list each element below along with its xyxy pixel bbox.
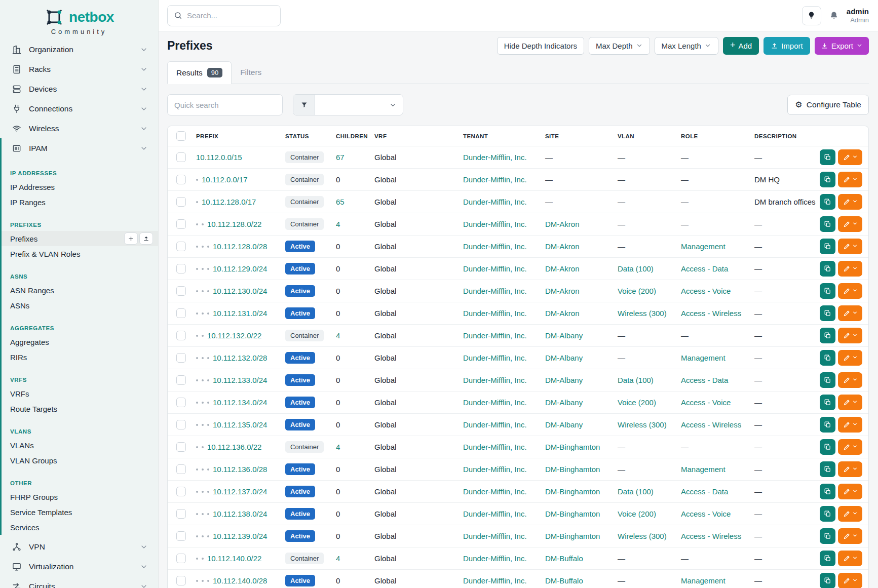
clone-button[interactable] (820, 484, 835, 499)
prefix-link[interactable]: 10.112.135.0/24 (213, 420, 267, 429)
prefix-link[interactable]: 10.112.132.0/22 (207, 331, 261, 340)
sidebar-item-wireless[interactable]: Wireless (0, 119, 158, 138)
vlan-link[interactable]: Data (100) (618, 264, 654, 273)
role-link[interactable]: Access - Voice (681, 509, 731, 518)
vlan-link[interactable]: Data (100) (618, 376, 654, 384)
sidebar-item-devices[interactable]: Devices (0, 79, 158, 99)
clone-button[interactable] (820, 439, 835, 455)
edit-button[interactable] (838, 439, 862, 455)
tenant-link[interactable]: Dunder-Mifflin, Inc. (463, 576, 527, 585)
tenant-link[interactable]: Dunder-Mifflin, Inc. (463, 220, 527, 228)
tenant-link[interactable]: Dunder-Mifflin, Inc. (463, 509, 527, 518)
sidebar-item-racks[interactable]: Racks (0, 59, 158, 79)
row-checkbox[interactable] (176, 398, 186, 407)
vlan-link[interactable]: Wireless (300) (618, 420, 667, 429)
tenant-link[interactable]: Dunder-Mifflin, Inc. (463, 331, 527, 340)
row-checkbox[interactable] (176, 464, 186, 474)
role-link[interactable]: Access - Wireless (681, 309, 741, 318)
edit-button[interactable] (838, 149, 862, 165)
clone-button[interactable] (820, 172, 835, 187)
clone-button[interactable] (820, 461, 835, 477)
sidebar-item-prefixes[interactable]: Prefixes (2, 231, 158, 246)
children-count-link[interactable]: 4 (336, 220, 340, 228)
sidebar-item-services[interactable]: Services (2, 520, 158, 535)
site-link[interactable]: DM-Buffalo (545, 554, 583, 563)
prefix-link[interactable]: 10.112.129.0/24 (213, 264, 267, 273)
prefix-link[interactable]: 10.112.130.0/24 (213, 287, 267, 295)
edit-button[interactable] (838, 372, 862, 388)
sidebar-item-vpn[interactable]: VPN (0, 537, 158, 557)
prefix-link[interactable]: 10.112.140.0/22 (207, 554, 261, 563)
row-checkbox[interactable] (176, 175, 186, 184)
sidebar-item-fhrp-groups[interactable]: FHRP Groups (2, 489, 158, 504)
prefix-link[interactable]: 10.112.140.0/28 (213, 576, 267, 585)
add-button[interactable]: +Add (723, 37, 759, 55)
row-checkbox[interactable] (176, 197, 186, 207)
vlan-link[interactable]: Wireless (300) (618, 309, 667, 318)
site-link[interactable]: DM-Albany (545, 420, 583, 429)
max-depth-dropdown[interactable]: Max Depth (589, 37, 650, 55)
clone-button[interactable] (820, 528, 835, 544)
theme-toggle-button[interactable] (802, 6, 821, 25)
edit-button[interactable] (838, 194, 862, 210)
prefix-link[interactable]: 10.112.138.0/24 (213, 509, 267, 518)
sidebar-import-button[interactable] (139, 232, 153, 245)
site-link[interactable]: DM-Akron (545, 309, 580, 318)
tenant-link[interactable]: Dunder-Mifflin, Inc. (463, 420, 527, 429)
tenant-link[interactable]: Dunder-Mifflin, Inc. (463, 198, 527, 206)
sidebar-item-asns[interactable]: ASNs (2, 298, 158, 313)
quick-search-input[interactable] (167, 94, 283, 115)
vlan-link[interactable]: Data (100) (618, 487, 654, 496)
site-link[interactable]: DM-Akron (545, 287, 580, 295)
sidebar-item-vrfs[interactable]: VRFs (2, 386, 158, 401)
tenant-link[interactable]: Dunder-Mifflin, Inc. (463, 554, 527, 563)
prefix-link[interactable]: 10.112.133.0/24 (213, 376, 267, 384)
saved-filter-select[interactable] (293, 94, 403, 115)
notifications-button[interactable] (829, 11, 839, 21)
sidebar-item-virtualization[interactable]: Virtualization (0, 557, 158, 576)
role-link[interactable]: Management (681, 465, 726, 474)
select-all-checkbox[interactable] (176, 131, 186, 141)
row-checkbox[interactable] (176, 308, 186, 318)
site-link[interactable]: DM-Buffalo (545, 576, 583, 585)
children-count-link[interactable]: 4 (336, 554, 340, 563)
prefix-link[interactable]: 10.112.132.0/28 (213, 354, 267, 362)
row-checkbox[interactable] (176, 487, 186, 496)
sidebar-item-ipam[interactable]: IPAM (2, 138, 158, 158)
children-count-link[interactable]: 4 (336, 443, 340, 451)
row-checkbox[interactable] (176, 442, 186, 452)
prefix-link[interactable]: 10.112.128.0/28 (213, 242, 267, 251)
tenant-link[interactable]: Dunder-Mifflin, Inc. (463, 242, 527, 251)
clone-button[interactable] (820, 216, 835, 232)
prefix-link[interactable]: 10.112.139.0/24 (213, 532, 267, 540)
site-link[interactable]: DM-Albany (545, 376, 583, 384)
tenant-link[interactable]: Dunder-Mifflin, Inc. (463, 443, 527, 451)
sidebar-item-service-templates[interactable]: Service Templates (2, 504, 158, 520)
site-link[interactable]: DM-Albany (545, 354, 583, 362)
children-count-link[interactable]: 67 (336, 153, 345, 162)
edit-button[interactable] (838, 328, 862, 343)
edit-button[interactable] (838, 506, 862, 522)
role-link[interactable]: Management (681, 242, 726, 251)
children-count-link[interactable]: 65 (336, 198, 345, 206)
row-checkbox[interactable] (176, 353, 186, 363)
role-link[interactable]: Management (681, 354, 726, 362)
row-checkbox[interactable] (176, 219, 186, 229)
edit-button[interactable] (838, 417, 862, 433)
edit-button[interactable] (838, 305, 862, 321)
row-checkbox[interactable] (176, 509, 186, 519)
site-link[interactable]: DM-Albany (545, 398, 583, 407)
row-checkbox[interactable] (176, 576, 186, 585)
tenant-link[interactable]: Dunder-Mifflin, Inc. (463, 309, 527, 318)
search-input[interactable] (187, 11, 274, 20)
max-length-dropdown[interactable]: Max Length (655, 37, 718, 55)
hide-depth-indicators-button[interactable]: Hide Depth Indicators (497, 37, 584, 55)
clone-button[interactable] (820, 149, 835, 165)
sidebar-item-ip-addresses[interactable]: IP Addresses (2, 179, 158, 194)
clone-button[interactable] (820, 350, 835, 366)
role-link[interactable]: Access - Voice (681, 287, 731, 295)
vlan-link[interactable]: Voice (200) (618, 398, 656, 407)
tenant-link[interactable]: Dunder-Mifflin, Inc. (463, 153, 527, 162)
clone-button[interactable] (820, 395, 835, 410)
tab-filters[interactable]: Filters (232, 61, 270, 84)
